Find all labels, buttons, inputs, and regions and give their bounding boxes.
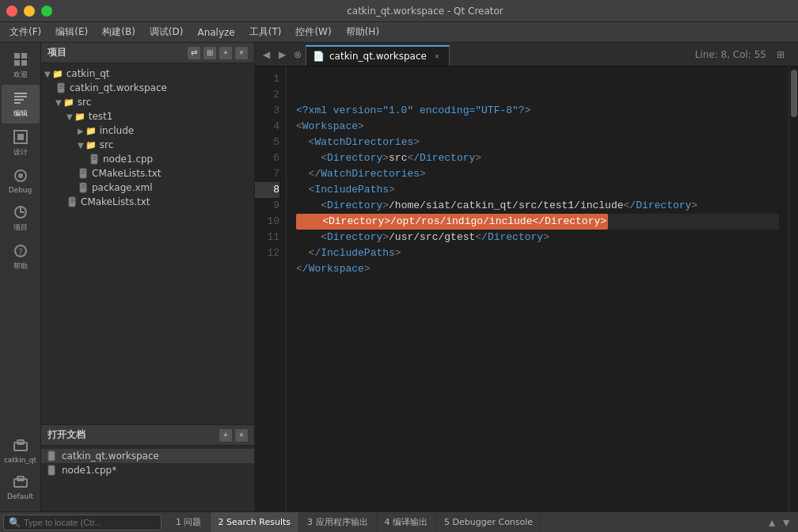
svg-rect-0 (14, 53, 20, 59)
editor-nav-close[interactable]: ⊗ (290, 47, 306, 63)
tree-item[interactable]: ▼📁test1 (41, 109, 254, 124)
menu-item-analyze[interactable]: Analyze (191, 25, 241, 40)
close-button[interactable] (6, 6, 17, 17)
code-line: <Directory>/usr/src/gtest</Directory> (296, 230, 779, 245)
svg-rect-22 (59, 88, 63, 89)
status-tab-2[interactable]: 2 Search Results (211, 512, 300, 533)
code-line: <Workspace> (296, 119, 779, 135)
sidebar-icon-debug[interactable]: Debug (2, 162, 40, 199)
svg-rect-21 (59, 86, 63, 87)
project-sync-button[interactable]: ⇄ (188, 47, 200, 59)
status-tab-1[interactable]: 1 问题 (168, 512, 211, 533)
line-number: 6 (255, 150, 279, 166)
sidebar-icon-project[interactable]: 项目 (2, 199, 40, 238)
tree-item-name: package.xml (92, 182, 153, 193)
tree-item[interactable]: ▼📁catkin_qt (41, 66, 254, 81)
sidebar-bottom-label-default: Default (7, 492, 33, 500)
open-doc-name: catkin_qt.workspace (62, 450, 159, 462)
editor-scrollbar[interactable] (788, 66, 798, 511)
code-line: <Directory>src</Directory> (296, 150, 779, 166)
editor-nav-forward[interactable]: ▶ (274, 47, 290, 63)
open-doc-name: node1.cpp* (62, 465, 116, 476)
svg-rect-38 (70, 202, 74, 203)
menu-item-widgets[interactable]: 控件(W) (289, 23, 337, 41)
tree-item[interactable]: catkin_qt.workspace (41, 81, 254, 95)
file-icon (68, 196, 78, 207)
sidebar-icon-edit[interactable]: 编辑 (2, 85, 40, 124)
locate-input[interactable] (24, 518, 156, 527)
sidebar-label-debug: Debug (9, 186, 32, 194)
catkin_qt-icon (12, 437, 29, 454)
tree-item[interactable]: package.xml (41, 180, 254, 195)
tab-close-button[interactable]: × (431, 51, 443, 62)
tree-item[interactable]: ▼📁src (41, 95, 254, 109)
menu-item-build[interactable]: 构建(B) (96, 23, 142, 41)
svg-rect-2 (14, 60, 20, 66)
menu-item-file[interactable]: 文件(F) (3, 23, 48, 41)
svg-rect-24 (93, 156, 97, 157)
position-label: Line: 8, Col: 55 (695, 49, 766, 60)
tree-item[interactable]: ▼📁src (41, 138, 254, 152)
svg-rect-20 (59, 85, 63, 86)
scrollbar-thumb[interactable] (791, 70, 797, 117)
sidebar-icon-welcome[interactable]: 欢迎 (2, 46, 40, 85)
window-title: catkin_qt.workspace - Qt Creator (59, 6, 792, 17)
status-tab-3[interactable]: 3 应用程序输出 (299, 512, 377, 533)
tree-item[interactable]: CMakeLists.txt (41, 166, 254, 180)
project-expand-button[interactable]: + (219, 47, 232, 59)
project-panel: 项目 ⇄ ⊞ + × ▼📁catkin_qt catkin_qt.workspa… (41, 43, 255, 511)
status-up-button[interactable]: ▲ (766, 516, 777, 529)
status-tab-5[interactable]: 5 Debugger Console (436, 512, 542, 533)
editor-area: ◀ ▶ ⊗ 📄 catkin_qt.workspace × Line: 8, C… (255, 43, 798, 511)
sidebar-bottom-default[interactable]: Default (2, 469, 40, 505)
open-docs-close-button[interactable]: × (235, 429, 248, 442)
status-tab-4[interactable]: 4 编译输出 (377, 512, 437, 533)
file-icon (90, 154, 100, 165)
svg-rect-39 (48, 451, 55, 461)
project-filter-button[interactable]: ⊞ (203, 47, 216, 59)
svg-rect-33 (82, 186, 86, 187)
tree-item[interactable]: CMakeLists.txt (41, 195, 254, 209)
debug-icon (12, 167, 29, 184)
status-down-button[interactable]: ▼ (781, 516, 792, 529)
open-doc-item[interactable]: catkin_qt.workspace (41, 449, 254, 463)
tab-label: catkin_qt.workspace (329, 51, 427, 62)
maximize-button[interactable] (41, 6, 52, 17)
tree-item[interactable]: node1.cpp (41, 152, 254, 166)
code-content[interactable]: <?xml version="1.0" encoding="UTF-8"?><W… (287, 66, 788, 511)
sidebar-icon-help[interactable]: ?帮助 (2, 238, 40, 276)
svg-rect-9 (17, 134, 24, 140)
tree-item-name: src (100, 139, 114, 150)
file-icon (79, 168, 89, 179)
svg-rect-1 (21, 53, 27, 59)
svg-rect-37 (70, 200, 74, 201)
tab-file-icon: 📄 (313, 51, 325, 62)
editor-tab-workspace[interactable]: 📄 catkin_qt.workspace × (306, 45, 450, 66)
expand-arrow-icon: ▼ (78, 141, 84, 150)
svg-rect-4 (14, 93, 27, 94)
minimize-button[interactable] (24, 6, 35, 17)
project-close-button[interactable]: × (235, 47, 248, 59)
menu-item-help[interactable]: 帮助(H) (340, 23, 386, 41)
sidebar-icon-design[interactable]: 设计 (2, 124, 40, 162)
line-number: 5 (255, 135, 279, 150)
statusbar: 🔍 1 问题2 Search Results3 应用程序输出4 编译输出5 De… (0, 511, 798, 532)
line-number: 12 (255, 245, 279, 261)
menu-item-debug[interactable]: 调试(D) (143, 23, 190, 41)
open-docs-expand-button[interactable]: + (219, 429, 232, 442)
open-docs-header: 打开文档 + × (41, 425, 254, 446)
code-line: </IncludePaths> (296, 245, 779, 261)
expand-arrow-icon: ▼ (66, 112, 73, 121)
sidebar-bottom-catkin_qt[interactable]: catkin_qt (2, 432, 40, 469)
folder-icon: 📁 (74, 112, 86, 122)
editor-options-button[interactable]: ⊞ (773, 47, 788, 63)
tree-item[interactable]: ▶📁include (41, 124, 254, 138)
svg-rect-26 (93, 159, 96, 160)
open-doc-item[interactable]: node1.cpp* (41, 463, 254, 477)
line-number: 4 (255, 119, 279, 135)
locate-input-wrapper[interactable]: 🔍 (3, 515, 162, 530)
edit-icon (12, 89, 29, 107)
editor-nav-back[interactable]: ◀ (258, 47, 274, 63)
menu-item-tools[interactable]: 工具(T) (243, 23, 288, 41)
menu-item-edit[interactable]: 编辑(E) (49, 23, 94, 41)
